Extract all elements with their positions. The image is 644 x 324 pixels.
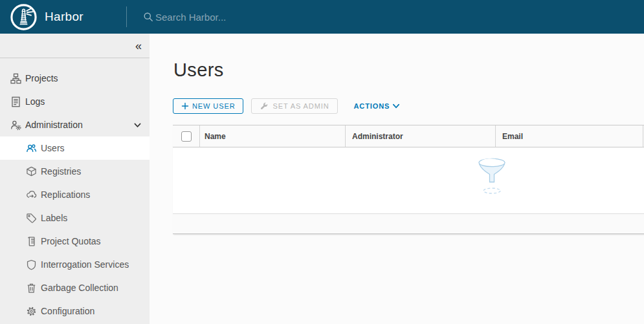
sidebar-item-label: Interrogation Services — [41, 259, 129, 270]
gear-icon — [26, 306, 37, 317]
sidebar-item-labels[interactable]: Labels — [0, 206, 150, 230]
sidebar-item-label: Configuration — [41, 306, 94, 316]
users-toolbar: NEW USER SET AS ADMIN ACTIONS — [173, 98, 400, 114]
chevron-down-icon[interactable] — [133, 121, 142, 129]
sidebar-item-label: Garbage Collection — [41, 283, 118, 293]
shield-icon — [26, 259, 37, 270]
set-as-admin-label: SET AS ADMIN — [272, 102, 329, 110]
sidebar-item-label: Administration — [25, 120, 83, 130]
sidebar-item-label: Users — [41, 143, 65, 153]
search-icon — [143, 12, 153, 22]
table-empty-body — [173, 147, 644, 213]
table-header-row: Name Administrator Email — [173, 125, 644, 147]
new-user-label: NEW USER — [192, 102, 235, 110]
tag-icon — [26, 213, 37, 224]
sidebar-collapse-row: « — [0, 34, 150, 58]
sidebar-item-label: Replications — [41, 189, 90, 200]
sidebar-item-garbage-collection[interactable]: Garbage Collection — [0, 276, 150, 299]
sidebar-item-interrogation-services[interactable]: Interrogation Services — [0, 253, 150, 276]
column-header-administrator[interactable]: Administrator — [345, 125, 495, 147]
sidebar-item-label: Logs — [25, 96, 45, 107]
sidebar-item-projects[interactable]: Projects — [0, 67, 150, 90]
cube-icon — [26, 166, 37, 177]
app-header: Harbor — [0, 0, 644, 34]
collapse-sidebar-icon[interactable]: « — [135, 40, 142, 52]
admin-user-gear-icon — [10, 120, 21, 131]
sidebar-item-replications[interactable]: Replications — [0, 183, 150, 206]
sidebar-item-users[interactable]: Users — [0, 136, 150, 160]
brand-title: Harbor — [45, 10, 83, 24]
select-all-checkbox[interactable] — [181, 131, 192, 142]
sidebar-item-label: Labels — [41, 213, 67, 223]
table-footer — [173, 213, 644, 234]
page-title: Users — [173, 59, 224, 81]
sidebar-nav: « Projects Logs — [0, 34, 150, 324]
new-user-button[interactable]: NEW USER — [173, 98, 243, 114]
cloud-arrow-icon — [26, 189, 37, 200]
actions-dropdown-button[interactable]: ACTIONS — [354, 98, 401, 114]
sidebar-item-registries[interactable]: Registries — [0, 160, 150, 183]
sidebar-item-label: Projects — [25, 73, 58, 83]
empty-state-funnel-icon — [475, 157, 509, 196]
gauge-cup-icon — [26, 236, 37, 247]
sidebar-item-label: Registries — [41, 166, 81, 177]
chevron-down-icon — [392, 102, 400, 110]
org-chart-icon — [10, 73, 21, 84]
search-input[interactable] — [155, 12, 350, 23]
sidebar-item-configuration[interactable]: Configuration — [0, 299, 150, 323]
logs-icon — [10, 96, 21, 107]
plus-icon — [181, 102, 189, 110]
users-icon — [26, 143, 37, 154]
header-divider — [126, 6, 127, 27]
set-as-admin-button[interactable]: SET AS ADMIN — [251, 98, 337, 114]
sidebar-item-project-quotas[interactable]: Project Quotas — [0, 230, 150, 253]
harbor-lighthouse-logo-icon — [10, 3, 38, 31]
sidebar-item-label: Project Quotas — [41, 236, 101, 246]
wrench-icon — [260, 102, 269, 111]
sidebar-item-logs[interactable]: Logs — [0, 90, 150, 113]
column-header-name[interactable]: Name — [199, 125, 345, 147]
column-header-email[interactable]: Email — [495, 125, 643, 147]
actions-label: ACTIONS — [354, 102, 390, 110]
sidebar-item-administration[interactable]: Administration — [0, 113, 150, 136]
trash-icon — [26, 283, 37, 294]
users-table: Name Administrator Email — [173, 125, 644, 234]
